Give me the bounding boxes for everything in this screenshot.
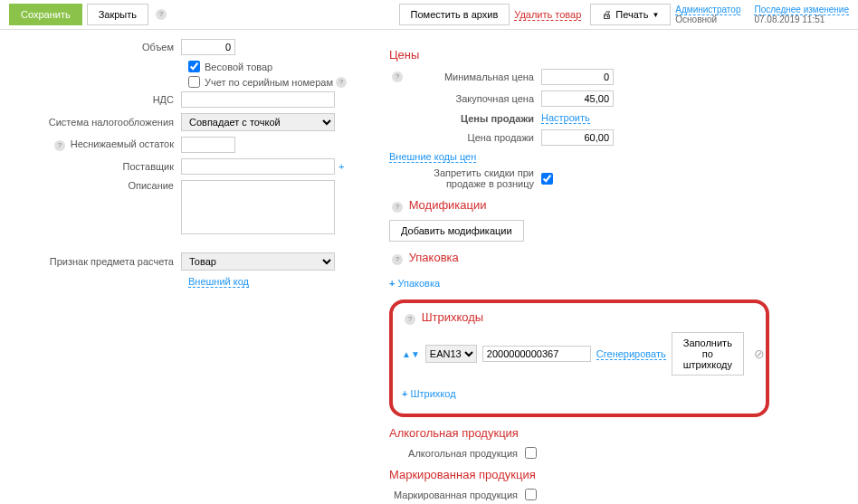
fill-by-barcode-button[interactable]: Заполнить по штрихкоду	[672, 332, 744, 376]
marked-label: Маркированная продукция	[389, 490, 525, 500]
item-type-select[interactable]: Товар	[181, 252, 335, 271]
help-icon[interactable]: ?	[54, 140, 65, 151]
sale-price-label: Цена продажи	[405, 132, 541, 143]
plus-icon: +	[389, 278, 395, 289]
print-label: Печать	[615, 9, 648, 20]
toolbar: Сохранить Закрыть ? Поместить в архив Уд…	[0, 0, 858, 30]
print-button[interactable]: Печать ▼	[590, 4, 671, 25]
external-price-codes-link[interactable]: Внешние коды цен	[389, 151, 476, 163]
add-supplier-icon[interactable]: +	[338, 161, 344, 172]
volume-input[interactable]	[181, 39, 235, 55]
help-icon[interactable]: ?	[392, 202, 403, 213]
description-textarea[interactable]	[181, 180, 335, 234]
help-icon[interactable]: ?	[392, 71, 403, 82]
last-change-info: Последнее изменение 07.08.2019 11:51	[754, 5, 849, 24]
archive-button[interactable]: Поместить в архив	[399, 4, 510, 25]
last-change-date: 07.08.2019 11:51	[754, 14, 825, 24]
supplier-input[interactable]	[181, 158, 335, 175]
disable-discount-checkbox[interactable]	[541, 173, 553, 185]
right-column: Цены ? Минимальная цена Закупочная цена …	[389, 39, 769, 504]
min-price-label: Минимальная цена	[405, 71, 541, 82]
plus-icon: +	[402, 388, 407, 399]
alcohol-checkbox[interactable]	[525, 447, 537, 459]
description-label: Описание	[36, 180, 181, 191]
barcodes-section: ? Штрихкоды ▲▼ EAN13 Сгенерировать Запол…	[389, 300, 769, 417]
disable-discount-label: Запретить скидки при продаже в розницу	[405, 167, 541, 189]
vat-label: НДС	[36, 94, 181, 105]
min-stock-input[interactable]	[181, 137, 235, 153]
volume-label: Объем	[36, 42, 181, 52]
sale-price-input[interactable]	[541, 129, 614, 146]
purchase-price-input[interactable]	[541, 90, 614, 107]
delete-barcode-icon[interactable]: ⊘	[754, 347, 765, 361]
barcode-value-input[interactable]	[482, 346, 591, 362]
barcodes-title: ? Штрихкоды	[402, 310, 757, 325]
tax-system-select[interactable]: Совпадает с точкой	[181, 113, 335, 131]
serial-tracking-label: Учет по серийным номерам	[205, 77, 333, 88]
serial-tracking-checkbox[interactable]	[188, 76, 200, 88]
external-code-link[interactable]: Внешний код	[188, 276, 249, 288]
min-stock-label: Неснижаемый остаток	[71, 138, 174, 149]
supplier-label: Поставщик	[36, 161, 181, 172]
help-icon[interactable]: ?	[156, 9, 167, 20]
add-barcode-link[interactable]: +Штрихкод	[402, 388, 456, 399]
barcode-row: ▲▼ EAN13 Сгенерировать Заполнить по штри…	[402, 332, 757, 376]
content: Объем Весовой товар Учет по серийным ном…	[0, 30, 858, 504]
modifications-title: ? Модификации	[389, 198, 769, 213]
vat-input[interactable]	[181, 91, 335, 108]
weight-product-label: Весовой товар	[205, 62, 272, 72]
purchase-price-label: Закупочная цена	[405, 93, 541, 104]
sale-prices-label: Цены продажи	[405, 113, 541, 124]
alcohol-label: Алкогольная продукция	[389, 448, 525, 459]
marked-title: Маркированная продукция	[389, 468, 769, 481]
barcode-type-select[interactable]: EAN13	[425, 345, 477, 363]
weight-product-checkbox[interactable]	[188, 61, 200, 72]
min-price-input[interactable]	[541, 69, 614, 85]
add-packaging-link[interactable]: +Упаковка	[389, 278, 440, 289]
alcohol-title: Алкогольная продукция	[389, 426, 769, 440]
delete-link[interactable]: Удалить товар	[514, 9, 581, 21]
generate-link[interactable]: Сгенерировать	[596, 348, 666, 360]
add-modifications-button[interactable]: Добавить модификации	[389, 220, 524, 242]
tax-system-label: Система налогообложения	[36, 117, 181, 128]
help-icon[interactable]: ?	[392, 254, 403, 265]
left-column: Объем Весовой товар Учет по серийным ном…	[36, 39, 362, 504]
packaging-title: ? Упаковка	[389, 251, 769, 265]
marked-checkbox[interactable]	[525, 489, 537, 500]
caret-down-icon: ▼	[652, 11, 659, 19]
save-button[interactable]: Сохранить	[9, 4, 82, 25]
admin-info: Администратор Основной	[675, 5, 740, 24]
item-type-label: Признак предмета расчета	[36, 256, 181, 267]
admin-sub: Основной	[675, 14, 717, 24]
prices-title: Цены	[389, 48, 769, 62]
configure-link[interactable]: Настроить	[541, 112, 590, 124]
sort-arrows-icon[interactable]: ▲▼	[402, 349, 420, 359]
help-icon[interactable]: ?	[336, 77, 347, 88]
close-button[interactable]: Закрыть	[87, 4, 148, 25]
help-icon[interactable]: ?	[405, 314, 415, 325]
